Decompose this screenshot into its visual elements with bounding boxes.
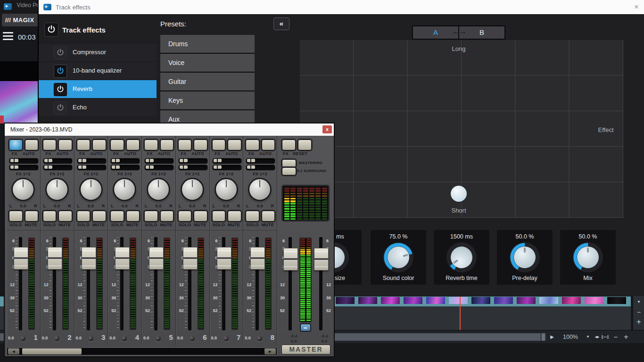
timeline-scrollbar-end[interactable] [542,333,545,341]
ab-option-b[interactable]: B [459,26,504,39]
solo-button[interactable] [43,211,57,222]
master-fader-left[interactable] [283,248,298,271]
zoom-level[interactable]: 100% [560,330,581,344]
fx-send-slider-1[interactable] [246,158,275,164]
timeline-clip-thumbnail[interactable] [381,297,400,304]
mixer-scrollbar-thumb[interactable] [22,348,82,354]
fx-send-slider-2[interactable] [43,165,73,171]
zoom-out-icon[interactable]: − [611,330,620,344]
volume-fader[interactable] [115,247,130,270]
timeline-clip-thumbnail[interactable] [358,297,377,304]
rail-plus-icon[interactable]: + [633,318,644,326]
channel-auto-button[interactable] [58,140,72,150]
mixer-scroll-left-icon[interactable]: ◀ [8,348,19,354]
reverb-time-knob[interactable] [446,242,477,272]
fx-send-slider-2[interactable] [178,165,208,171]
fader-link-button[interactable]: ∞ [300,323,311,332]
power-icon[interactable] [54,65,67,78]
channel-auto-button[interactable] [25,140,39,150]
fx-send-slider-1[interactable] [77,158,107,164]
timeline-clip-thumbnail[interactable] [449,297,468,304]
channel-auto-button[interactable] [92,140,106,150]
channel-fx-button[interactable] [212,140,226,150]
effect-row-10-band-equalizer[interactable]: 10-band equalizer [39,61,157,80]
channel-fx-button[interactable] [9,140,23,150]
fx-send-slider-2[interactable] [212,165,242,171]
fx-send-slider-1[interactable] [110,158,140,164]
playhead[interactable] [460,296,461,330]
volume-fader[interactable] [149,247,164,270]
volume-fader[interactable] [48,247,62,270]
volume-fader[interactable] [183,247,198,270]
channel-auto-button[interactable] [160,140,174,150]
timeline-clip-thumbnail[interactable] [517,297,536,304]
channel-auto-button[interactable] [228,140,241,150]
track-effects-titlebar[interactable]: Track effects × [38,0,644,14]
timeline-clip-thumbnail[interactable] [471,297,490,304]
zoom-dropdown-icon[interactable]: ▼ [584,330,592,344]
power-icon[interactable] [54,101,67,115]
preset-drums[interactable]: Drums [160,35,255,54]
master-reset-button[interactable] [298,140,312,150]
mute-button[interactable] [228,211,241,222]
solo-button[interactable] [77,211,91,222]
channel-auto-button[interactable] [126,140,140,150]
timeline-clip-thumbnail[interactable] [494,297,513,304]
volume-fader[interactable] [217,247,231,270]
fit-horizontal-icon[interactable]: ◀▶ [592,330,602,344]
mute-button[interactable] [194,211,207,222]
power-icon[interactable] [54,83,67,96]
fx-send-slider-1[interactable] [144,158,174,164]
mixer-titlebar[interactable]: Mixer - 2023-06-13.MVD x [5,123,334,136]
ab-option-a[interactable]: A [413,26,458,39]
close-icon[interactable]: × [632,2,641,12]
pan-knob[interactable] [45,178,69,201]
fx-send-slider-2[interactable] [144,165,174,171]
reverb-room-pad[interactable]: Long Effect Short [300,40,623,218]
channel-fx-button[interactable] [77,140,91,150]
preset-keys[interactable]: Keys [160,91,255,110]
preset-guitar[interactable]: Guitar [160,73,255,91]
mix-knob[interactable] [573,242,603,272]
channel-fx-button[interactable] [144,140,158,150]
channel-fx-button[interactable] [178,140,192,150]
timeline-clip-thumbnail[interactable] [426,297,445,304]
master-fx-button[interactable] [282,140,296,150]
volume-fader[interactable] [250,247,265,270]
rail-minus-icon[interactable]: − [633,308,644,316]
pan-knob[interactable] [147,178,170,201]
fx-send-slider-1[interactable] [9,158,39,164]
mute-button[interactable] [58,211,72,222]
surround-button[interactable] [282,167,296,175]
mixer-close-button[interactable]: x [322,125,332,133]
fx-send-slider-2[interactable] [77,165,107,171]
fx-send-slider-2[interactable] [246,165,275,171]
fx-send-slider-1[interactable] [43,158,73,164]
pan-knob[interactable] [113,178,136,201]
fx-send-slider-1[interactable] [212,158,242,164]
timeline-clip-thumbnail[interactable] [404,297,422,304]
fx-send-slider-1[interactable] [178,158,208,164]
pre-delay-knob[interactable] [510,242,540,272]
volume-fader[interactable] [14,247,28,270]
master-label[interactable]: MASTER [281,345,330,354]
timeline-clip-thumbnail[interactable] [336,297,355,304]
pan-knob[interactable] [215,178,238,201]
sound-color-knob[interactable] [383,242,413,272]
solo-button[interactable] [110,211,124,222]
effect-row-echo[interactable]: Echo [39,98,157,116]
power-icon[interactable] [54,46,67,59]
solo-button[interactable] [9,211,23,222]
zoom-selection-icon[interactable] [602,335,609,339]
scroll-right-icon[interactable]: ▶ [548,330,556,344]
solo-button[interactable] [246,211,259,222]
collapse-panel-button[interactable]: « [273,17,289,30]
pan-knob[interactable] [248,178,272,201]
pan-knob[interactable] [181,178,204,201]
mute-button[interactable] [262,211,275,222]
fx-send-slider-2[interactable] [110,165,140,171]
solo-button[interactable] [144,211,158,222]
mastering-button[interactable] [282,159,296,167]
effect-row-compressor[interactable]: Compressor [39,43,157,61]
pad-position-handle[interactable] [451,186,467,202]
